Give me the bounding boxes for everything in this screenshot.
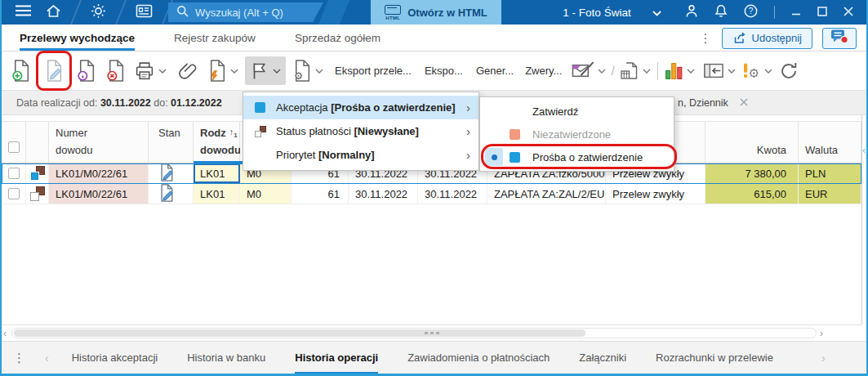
hamburger-menu-icon[interactable] — [15, 4, 32, 20]
scrollbar-track[interactable] — [11, 328, 817, 338]
header-stan[interactable]: Stan — [149, 122, 194, 163]
bottom-scroll-left-icon[interactable]: ‹ — [45, 351, 49, 365]
row-checkbox[interactable] — [8, 168, 20, 179]
send-message-button[interactable] — [572, 61, 606, 80]
maximize-button[interactable] — [817, 5, 827, 20]
export-transfers-button[interactable]: Eksport przele... — [335, 65, 412, 77]
add-button[interactable] — [11, 60, 31, 82]
splitter-grip[interactable] — [425, 332, 442, 334]
search-input[interactable]: Wyszukaj (Alt + Q) — [168, 2, 323, 22]
user-icon[interactable] — [685, 4, 698, 21]
chevron-down-icon[interactable] — [315, 69, 323, 74]
export-button[interactable]: Ekspo... — [425, 65, 463, 77]
cell-rejestr[interactable]: M0 — [240, 184, 292, 204]
chevron-down-icon[interactable] — [598, 69, 606, 74]
cell-kwota[interactable]: 615,00 — [706, 184, 799, 204]
scrollbar-thumb[interactable] — [14, 329, 585, 337]
search-placeholder: Wyszukaj (Alt + Q) — [195, 7, 283, 19]
close-button[interactable] — [844, 5, 853, 20]
tab-rejestr-zakupow[interactable]: Rejestr zakupów — [174, 25, 256, 51]
chat-button[interactable] — [822, 28, 857, 49]
select-all-checkbox[interactable] — [8, 141, 20, 153]
tab-przelewy-wychodzace[interactable]: Przelewy wychodzące — [20, 25, 135, 51]
more-tabs-icon[interactable]: ⋮ — [700, 31, 712, 46]
cell-opis[interactable]: ZAPŁATA ZA:ZAL/2/EUR — [487, 184, 606, 204]
row-checkbox[interactable] — [8, 188, 20, 199]
bottom-scroll-right-icon[interactable]: › — [821, 351, 826, 365]
header-rodzaj-dowodu[interactable]: Rodz ↑1 dowodu — [194, 122, 240, 163]
menu-item-akceptacja[interactable]: Akceptacja [Prośba o zatwierdzenie] › — [243, 96, 479, 119]
analyses-button[interactable] — [665, 60, 695, 81]
cell-typ[interactable]: Przelew zwykły — [606, 184, 706, 204]
generate-button[interactable]: Gener... — [476, 65, 514, 77]
scroll-left-icon[interactable]: ‹ — [3, 328, 7, 339]
cell-stan[interactable] — [149, 163, 194, 183]
attachment-button[interactable] — [178, 60, 198, 81]
company-selector[interactable]: 1 - Foto Świat — [524, 0, 700, 25]
tab-zawiadomienia[interactable]: Zawiadomienia o płatnościach — [407, 342, 550, 374]
cell-lp[interactable]: 61 — [292, 184, 349, 204]
chevron-down-icon[interactable] — [643, 69, 651, 74]
tab-historia-w-banku[interactable]: Historia w banku — [187, 342, 265, 374]
cell-rodzaj[interactable]: LK01 — [194, 184, 240, 204]
edit-button-wrap — [41, 56, 67, 85]
tab-rozrachunki[interactable]: Rozrachunki w przelewie — [656, 342, 773, 374]
scroll-right-icon[interactable]: › — [820, 328, 823, 339]
cell-data-realizacji[interactable]: 30.11.2022 — [418, 184, 487, 204]
submenu-item-zatwierdz[interactable]: Zatwierdź — [480, 100, 674, 123]
share-icon — [732, 30, 746, 47]
cell-rodzaj[interactable]: LK01 — [194, 163, 240, 183]
alerts-settings-button[interactable] — [741, 61, 772, 81]
header-numer-dowodu[interactable]: Numer dowodu — [49, 122, 149, 163]
bottom-more-icon[interactable]: ⋮ — [13, 351, 25, 365]
document-settings-button[interactable] — [292, 60, 323, 82]
delete-button[interactable] — [106, 60, 126, 82]
bell-icon[interactable] — [714, 4, 728, 21]
submenu-item-prosba-o-zatwierdzenie[interactable]: Prośba o zatwierdzenie — [480, 145, 674, 168]
home-icon[interactable] — [46, 3, 61, 21]
cell-waluta[interactable]: EUR — [799, 184, 861, 204]
cell-numer[interactable]: LK01/M0/22/61 — [49, 184, 149, 204]
edit-button[interactable] — [44, 60, 64, 82]
collapse-panel-icon[interactable]: ‹ — [862, 144, 866, 156]
menu-item-status-platnosci[interactable]: Status płatności [Niewysłane] › — [243, 119, 479, 143]
print-button[interactable] — [134, 60, 167, 81]
minimize-button[interactable] — [791, 5, 801, 20]
table-row[interactable]: LK01/M0/22/61 LK01 M0 61 30.11.2022 30.1… — [2, 184, 861, 204]
tab-historia-operacji[interactable]: Historia operacji — [295, 342, 378, 374]
tab-zalaczniki[interactable]: Załączniki — [579, 342, 626, 374]
tab-sprzedaz-ogolem[interactable]: Sprzedaż ogółem — [295, 25, 381, 51]
details-button[interactable] — [77, 60, 96, 82]
verify-button[interactable]: Zwery... — [525, 65, 562, 77]
cell-data-dokumentu[interactable]: 30.11.2022 — [349, 184, 418, 204]
sun-settings-icon[interactable] — [91, 3, 106, 22]
side-panel-button[interactable] — [703, 62, 736, 79]
header-kwota[interactable]: Kwota — [706, 122, 799, 163]
refresh-button[interactable] — [779, 61, 799, 81]
header-status-icon-col[interactable] — [26, 122, 49, 163]
operations-button[interactable] — [207, 60, 238, 82]
submenu-item-niezatwierdzone[interactable]: Niezatwierdzone — [480, 123, 674, 145]
help-icon[interactable]: ? — [744, 4, 758, 21]
cell-numer[interactable]: LK01/M0/22/61 — [49, 163, 149, 183]
cell-waluta[interactable]: PLN — [799, 163, 861, 183]
menu-item-priorytet[interactable]: Priorytet [Normalny] › — [243, 143, 479, 167]
accounting-document-button[interactable] — [620, 60, 651, 81]
cell-stan[interactable] — [149, 184, 194, 204]
flags-button[interactable] — [245, 56, 286, 85]
chevron-down-icon[interactable] — [230, 69, 238, 74]
divider: / — [611, 64, 614, 78]
blue-status-icon — [510, 152, 520, 163]
share-button[interactable]: Udostępnij — [722, 28, 812, 49]
filter-clear-icon[interactable] — [740, 97, 748, 109]
open-in-html-button[interactable]: HTML Otwórz w HTML — [371, 0, 501, 25]
header-waluta[interactable]: Waluta — [799, 122, 861, 163]
news-icon[interactable] — [136, 4, 153, 21]
chevron-down-icon[interactable] — [687, 69, 695, 74]
tab-historia-akceptacji[interactable]: Historia akceptacji — [72, 342, 158, 374]
chevron-down-icon[interactable] — [273, 69, 281, 74]
cell-kwota[interactable]: 7 380,00 — [706, 163, 799, 183]
chevron-down-icon[interactable] — [764, 69, 772, 74]
chevron-down-icon[interactable] — [158, 69, 167, 74]
chevron-down-icon[interactable] — [728, 69, 736, 74]
